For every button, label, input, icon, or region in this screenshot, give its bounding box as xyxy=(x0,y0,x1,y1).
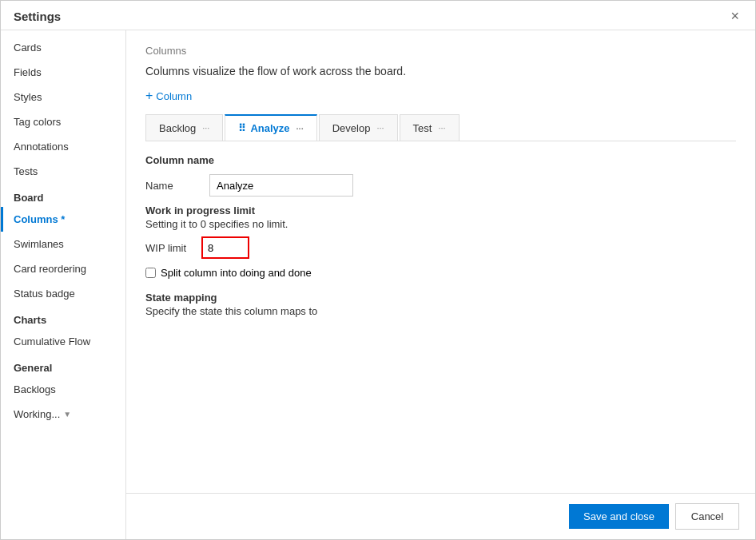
tab-develop-more-icon[interactable]: ··· xyxy=(376,123,384,133)
column-name-section-title: Column name xyxy=(145,154,733,166)
sidebar-item-swimlanes[interactable]: Swimlanes xyxy=(1,232,125,256)
section-title: Columns xyxy=(145,45,736,57)
tab-analyze-more-icon[interactable]: ··· xyxy=(296,124,304,133)
tab-develop[interactable]: Develop ··· xyxy=(319,114,398,141)
split-column-label: Split column into doing and done xyxy=(161,267,312,279)
tab-analyze-label: Analyze xyxy=(250,122,289,134)
state-mapping-desc: Specify the state this column maps to xyxy=(145,305,733,317)
sidebar-item-status-badge[interactable]: Status badge xyxy=(1,281,125,306)
add-column-button[interactable]: + Column xyxy=(145,89,736,103)
tab-backlog[interactable]: Backlog ··· xyxy=(145,114,223,141)
dialog-title: Settings xyxy=(14,10,61,23)
sidebar-item-card-reordering[interactable]: Card reordering xyxy=(1,256,125,281)
sidebar-item-working[interactable]: Working... ▼ xyxy=(1,402,125,427)
state-mapping-title: State mapping xyxy=(145,292,733,304)
sidebar-item-cumulative-flow[interactable]: Cumulative Flow xyxy=(1,329,125,354)
add-column-label: Column xyxy=(156,90,192,102)
sidebar-section-charts: Charts xyxy=(1,306,125,329)
plus-icon: + xyxy=(145,89,153,103)
grid-icon: ⠿ xyxy=(238,122,246,134)
wip-section-title: Work in progress limit xyxy=(145,204,733,216)
tab-test[interactable]: Test ··· xyxy=(400,114,460,141)
tab-test-label: Test xyxy=(413,122,432,134)
sidebar-section-general: General xyxy=(1,354,125,377)
wip-input-row: WIP limit xyxy=(145,236,733,259)
sidebar-item-annotations[interactable]: Annotations xyxy=(1,134,125,159)
tab-backlog-more-icon[interactable]: ··· xyxy=(202,123,209,133)
content-description: Columns visualize the flow of work acros… xyxy=(145,65,736,77)
cancel-button[interactable]: Cancel xyxy=(675,503,739,530)
sidebar-item-tag-colors[interactable]: Tag colors xyxy=(1,109,125,134)
close-button[interactable]: × xyxy=(727,9,742,23)
tab-backlog-label: Backlog xyxy=(159,122,196,134)
split-column-row: Split column into doing and done xyxy=(145,267,733,279)
sidebar-item-cards[interactable]: Cards xyxy=(1,35,125,60)
content-area: Columns Columns visualize the flow of wo… xyxy=(126,30,755,493)
dialog-footer: Save and close Cancel xyxy=(126,493,755,539)
sidebar-item-fields[interactable]: Fields xyxy=(1,60,125,85)
wip-label: WIP limit xyxy=(145,242,201,254)
split-column-checkbox[interactable] xyxy=(145,268,156,278)
wip-input[interactable] xyxy=(201,236,249,259)
form-scroll-inner: Column name Name Work in progress limit … xyxy=(145,141,736,483)
form-scroll-wrap: Column name Name Work in progress limit … xyxy=(145,141,736,483)
name-label: Name xyxy=(145,180,209,192)
sidebar-section-board: Board xyxy=(1,184,125,207)
sidebar-item-tests[interactable]: Tests xyxy=(1,159,125,184)
name-row: Name xyxy=(145,174,733,197)
name-input[interactable] xyxy=(209,174,353,197)
wip-description: Setting it to 0 specifies no limit. xyxy=(145,218,733,230)
dialog-body: Cards Fields Styles Tag colors Annotatio… xyxy=(1,30,755,539)
tab-test-more-icon[interactable]: ··· xyxy=(438,123,445,133)
dialog-header: Settings × xyxy=(1,1,755,30)
main-content: Columns Columns visualize the flow of wo… xyxy=(126,30,755,539)
chevron-down-icon: ▼ xyxy=(63,410,71,419)
tabs-row: Backlog ··· ⠿ Analyze ··· Develop ··· Te… xyxy=(145,114,736,141)
settings-dialog: Settings × Cards Fields Styles Tag color… xyxy=(0,0,756,540)
save-and-close-button[interactable]: Save and close xyxy=(569,504,669,529)
tab-develop-label: Develop xyxy=(332,122,371,134)
sidebar-item-styles[interactable]: Styles xyxy=(1,85,125,109)
tab-analyze[interactable]: ⠿ Analyze ··· xyxy=(225,114,316,141)
wip-section: Work in progress limit Setting it to 0 s… xyxy=(145,204,733,259)
sidebar: Cards Fields Styles Tag colors Annotatio… xyxy=(1,30,126,539)
sidebar-item-columns[interactable]: Columns * xyxy=(1,207,125,232)
sidebar-item-backlogs[interactable]: Backlogs xyxy=(1,377,125,402)
